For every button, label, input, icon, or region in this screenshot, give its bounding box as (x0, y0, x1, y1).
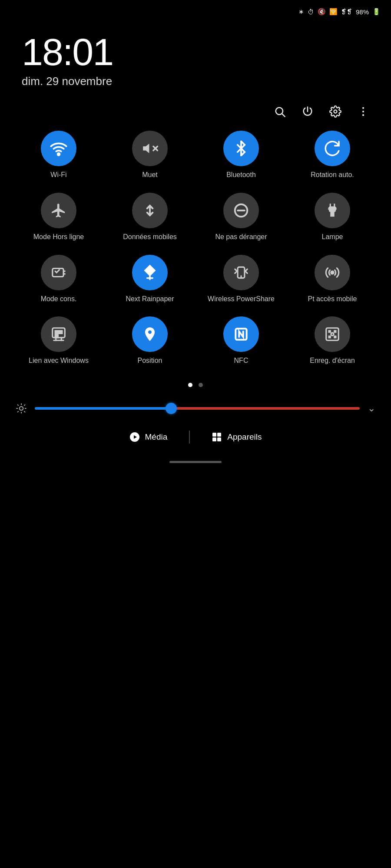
page-dot-2[interactable] (199, 383, 203, 387)
tile-icon-dnd (223, 193, 259, 228)
tile-screen-record[interactable]: Enreg. d'écran (287, 316, 378, 365)
bottom-divider (189, 431, 190, 444)
tile-hotspot[interactable]: Pt accès mobile (287, 255, 378, 304)
tile-airplane[interactable]: Mode Hors ligne (13, 193, 104, 242)
devices-button[interactable]: Appareils (212, 432, 262, 442)
tile-dnd[interactable]: Ne pas déranger (196, 193, 287, 242)
tile-wifi[interactable]: Wi-Fi (13, 131, 104, 180)
media-label: Média (145, 432, 168, 442)
svg-line-34 (18, 405, 19, 406)
bluetooth-status-icon: ∗ (298, 8, 304, 16)
svg-point-30 (331, 333, 334, 335)
tile-label-mobile-data: Données mobiles (123, 233, 177, 242)
alarm-status-icon: ⏱ (308, 8, 314, 16)
svg-rect-29 (326, 328, 339, 341)
home-indicator (0, 457, 391, 472)
tile-power-save[interactable]: Mode cons. (13, 255, 104, 304)
tile-bluetooth[interactable]: Bluetooth (196, 131, 287, 180)
tile-nfc[interactable]: NFC (196, 316, 287, 365)
tile-label-nfc: NFC (234, 356, 249, 365)
tile-mute[interactable]: Muet (104, 131, 196, 180)
svg-point-31 (20, 407, 23, 411)
svg-point-4 (362, 111, 364, 112)
clock-area: 18:01 dim. 29 novembre (0, 20, 391, 92)
tile-label-wifi: Wi-Fi (50, 171, 66, 180)
tile-label-screen-record: Enreg. d'écran (310, 356, 355, 365)
page-dot-1[interactable] (188, 383, 192, 387)
settings-button[interactable] (329, 105, 341, 118)
tile-link-windows[interactable]: Lien avec Windows (13, 316, 104, 365)
status-bar: ∗ ⏱ 🔇 🛜 ❡❡ 98% 🔋 (0, 0, 391, 20)
media-play-icon (129, 432, 140, 442)
tile-label-torch: Lampe (322, 233, 343, 242)
tile-rotation[interactable]: Rotation auto. (287, 131, 378, 180)
home-bar (169, 461, 222, 463)
tile-icon-hotspot (315, 255, 350, 290)
brightness-row: ⌄ (0, 396, 391, 421)
tile-icon-screen-record (315, 316, 350, 352)
tile-label-rainpaper: Next Rainpaper (126, 295, 174, 304)
tile-label-power-save: Mode cons. (41, 295, 77, 304)
tile-label-bluetooth: Bluetooth (226, 171, 256, 180)
pagination-dots (0, 383, 391, 387)
battery-level: 98% (356, 8, 369, 16)
svg-point-6 (58, 153, 60, 155)
tile-wireless-share[interactable]: Wireless PowerShare (196, 255, 287, 304)
tile-icon-power-save (41, 255, 76, 290)
search-button[interactable] (274, 105, 286, 118)
tile-label-mute: Muet (142, 171, 158, 180)
tile-label-location: Position (138, 356, 162, 365)
svg-rect-24 (60, 331, 62, 333)
signal-icon: ❡❡ (341, 8, 352, 16)
tile-label-dnd: Ne pas déranger (215, 233, 267, 242)
tile-icon-rotation (315, 131, 350, 166)
tile-label-rotation: Rotation auto. (311, 171, 354, 180)
tile-torch[interactable]: Lampe (287, 193, 378, 242)
svg-line-1 (282, 114, 285, 116)
controls-row (0, 92, 391, 126)
svg-point-3 (362, 107, 364, 109)
tile-mobile-data[interactable]: Données mobiles (104, 193, 196, 242)
tile-icon-airplane (41, 193, 76, 228)
wifi-status-icon: 🛜 (329, 8, 338, 16)
tile-icon-mobile-data (132, 193, 168, 228)
svg-rect-42 (212, 433, 216, 437)
tile-label-link-windows: Lien avec Windows (29, 356, 89, 365)
tiles-grid: Wi-FiMuetBluetoothRotation auto.Mode Hor… (0, 126, 391, 370)
svg-rect-43 (217, 433, 221, 437)
mute-status-icon: 🔇 (318, 8, 326, 16)
svg-line-38 (18, 411, 19, 412)
bottom-bar: Média Appareils (0, 421, 391, 457)
tile-icon-bluetooth (223, 131, 259, 166)
power-button[interactable] (302, 105, 314, 118)
svg-rect-44 (212, 437, 216, 441)
clock-time: 18:01 (22, 33, 369, 71)
brightness-icon (16, 403, 27, 414)
brightness-slider[interactable] (35, 407, 360, 410)
devices-label: Appareils (227, 432, 262, 442)
tile-location[interactable]: Position (104, 316, 196, 365)
tile-icon-wireless-share (223, 255, 259, 290)
media-button[interactable]: Média (129, 432, 168, 442)
tile-label-airplane: Mode Hors ligne (33, 233, 84, 242)
svg-rect-23 (55, 331, 58, 333)
brightness-thumb[interactable] (166, 403, 177, 414)
tile-label-wireless-share: Wireless PowerShare (208, 295, 275, 304)
tile-icon-mute (132, 131, 168, 166)
svg-marker-7 (143, 144, 149, 153)
tile-icon-torch (315, 193, 350, 228)
svg-point-5 (362, 114, 364, 116)
devices-icon (212, 432, 222, 442)
tile-rainpaper[interactable]: Next Rainpaper (104, 255, 196, 304)
tile-icon-link-windows (41, 316, 76, 352)
tile-label-hotspot: Pt accès mobile (308, 295, 357, 304)
svg-rect-45 (217, 437, 221, 441)
clock-date: dim. 29 novembre (22, 75, 369, 88)
tile-icon-nfc (223, 316, 259, 352)
svg-line-35 (24, 411, 25, 412)
more-button[interactable] (357, 105, 369, 118)
tile-icon-location (132, 316, 168, 352)
tile-icon-rainpaper (132, 255, 168, 290)
svg-point-21 (331, 271, 334, 273)
brightness-expand-icon[interactable]: ⌄ (368, 403, 375, 414)
